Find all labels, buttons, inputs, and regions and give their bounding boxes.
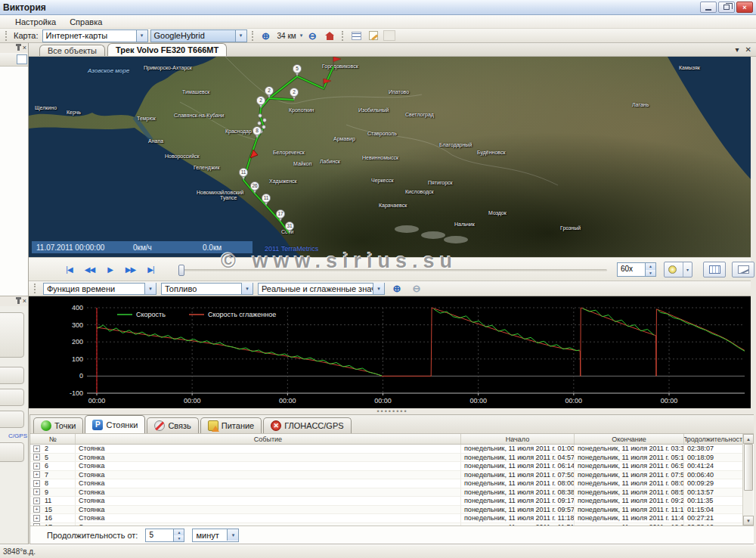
- events-tab-4[interactable]: Питание: [200, 417, 262, 433]
- waypoint-marker[interactable]: 5: [293, 64, 301, 76]
- rewind-button[interactable]: ◀◀: [79, 261, 100, 277]
- row-expander[interactable]: +: [33, 498, 40, 504]
- waypoint-dot[interactable]: [262, 126, 266, 129]
- row-expander[interactable]: +: [33, 506, 40, 513]
- chevron-down-icon[interactable]: ▾: [144, 283, 156, 294]
- pin-icon[interactable]: [17, 299, 20, 304]
- fast-forward-button[interactable]: ▶▶: [120, 261, 141, 277]
- table-row[interactable]: +6Стоянкапонедельник, 11 июля 2011 г. 06…: [30, 462, 753, 471]
- table-row[interactable]: +8Стоянкапонедельник, 11 июля 2011 г. 08…: [30, 479, 753, 488]
- chevron-down-icon[interactable]: ▾: [736, 45, 739, 54]
- column-header-3[interactable]: Начало: [461, 434, 575, 444]
- table-row[interactable]: +9Стоянкапонедельник, 11 июля 2011 г. 08…: [30, 488, 753, 498]
- duration-unit-combobox[interactable]: минут ▾: [192, 529, 239, 542]
- edit-button[interactable]: [366, 29, 381, 42]
- home-button[interactable]: [322, 29, 337, 42]
- events-tab-1[interactable]: Точки: [33, 417, 83, 433]
- chevron-down-icon[interactable]: ▾: [235, 30, 246, 42]
- map-provider-combobox[interactable]: GoogleHybrid ▾: [150, 29, 247, 42]
- slider-thumb[interactable]: [178, 265, 184, 276]
- chevron-down-icon[interactable]: ▾: [136, 30, 147, 42]
- list-button[interactable]: [349, 29, 364, 42]
- waypoint-marker[interactable]: 8: [253, 126, 261, 138]
- sidebar-button[interactable]: [0, 411, 24, 428]
- column-header-5[interactable]: Продолжительность: [684, 434, 745, 444]
- flag-marker[interactable]: [333, 57, 341, 67]
- row-expander[interactable]: +: [33, 480, 40, 487]
- row-expander[interactable]: +: [33, 454, 40, 460]
- tab-all-objects[interactable]: Все объекты: [39, 45, 105, 56]
- row-expander[interactable]: +: [33, 445, 40, 452]
- tab-track-volvo[interactable]: Трек Volvo FE320 T666MT: [107, 43, 227, 56]
- zoom-in-button[interactable]: ⊕: [259, 29, 274, 42]
- speed-chart[interactable]: 4003002001000-10000:0000:0000:0000:0000:…: [29, 296, 751, 408]
- waypoint-dot[interactable]: [258, 122, 262, 126]
- scroll-thumb[interactable]: [744, 444, 753, 491]
- table-row[interactable]: +15Стоянкапонедельник, 11 июля 2011 г. 0…: [30, 506, 753, 515]
- chevron-down-icon[interactable]: ▾: [241, 283, 253, 294]
- chevron-down-icon[interactable]: ▾: [683, 262, 692, 277]
- pin-icon[interactable]: [17, 45, 20, 51]
- zoom-scale-value[interactable]: 34 км: [276, 32, 298, 40]
- panel-splitter[interactable]: ••••••••: [29, 408, 756, 414]
- duration-value-spinner[interactable]: 5 ▲▼: [145, 529, 184, 542]
- chevron-down-icon[interactable]: ▾: [227, 529, 238, 541]
- table-row[interactable]: +5Стоянкапонедельник, 11 июля 2011 г. 04…: [30, 454, 753, 463]
- table-row[interactable]: +2Стоянкапонедельник, 11 июля 2011 г. 01…: [30, 445, 753, 454]
- column-header-1[interactable]: №: [30, 434, 76, 444]
- spin-down-icon[interactable]: ▼: [174, 535, 184, 541]
- close-icon[interactable]: ×: [23, 45, 26, 51]
- column-header-4[interactable]: Окончание: [575, 434, 684, 444]
- hint-split-button[interactable]: ▾: [664, 262, 692, 277]
- column-header-2[interactable]: Событие: [76, 434, 461, 444]
- play-button[interactable]: ▶: [100, 261, 120, 277]
- sidebar-button[interactable]: [0, 389, 24, 406]
- table-row[interactable]: +16Стоянкапонедельник, 11 июля 2011 г. 1…: [30, 514, 753, 523]
- events-tab-3[interactable]: Связь: [147, 417, 198, 433]
- close-icon[interactable]: ✕: [745, 45, 751, 54]
- waypoint-marker[interactable]: 11: [239, 168, 247, 180]
- chart-zoom-in-button[interactable]: ⊕: [389, 282, 404, 295]
- last-button[interactable]: ▶|: [141, 261, 161, 277]
- restore-button[interactable]: [718, 2, 735, 13]
- spin-down-icon[interactable]: ▼: [646, 270, 655, 277]
- sidebar-button[interactable]: [0, 442, 24, 462]
- time-function-combobox[interactable]: Функция времени ▾: [43, 283, 156, 295]
- playback-speed-spinner[interactable]: 60x ▲▼: [617, 262, 656, 277]
- title-bar[interactable]: Виктория ×: [0, 0, 756, 15]
- sidebar-button[interactable]: [0, 312, 24, 358]
- waypoint-dot[interactable]: [263, 119, 267, 122]
- waypoint-dot[interactable]: [259, 114, 262, 118]
- table-scrollbar[interactable]: ▲ ▼: [742, 434, 753, 525]
- map-source-combobox[interactable]: Интернет-карты ▾: [42, 29, 148, 42]
- row-expander[interactable]: +: [33, 488, 40, 495]
- chevron-down-icon[interactable]: ▾: [373, 283, 384, 294]
- scroll-up-icon[interactable]: ▲: [743, 434, 754, 444]
- row-expander[interactable]: +: [33, 471, 40, 478]
- chart-zoom-out-button[interactable]: ⊖: [409, 282, 424, 295]
- spin-up-icon[interactable]: ▲: [646, 263, 655, 270]
- first-button[interactable]: |◀: [59, 261, 79, 277]
- close-button[interactable]: ×: [736, 2, 753, 13]
- spin-up-icon[interactable]: ▲: [174, 529, 184, 535]
- row-expander[interactable]: +: [33, 515, 40, 522]
- show-chart-button[interactable]: [732, 262, 754, 277]
- map-view[interactable]: Азовское мореПриморско-АхтарскГородовико…: [29, 57, 751, 257]
- events-tab-5[interactable]: ✕ГЛОНАСС/GPS: [263, 417, 351, 433]
- playback-slider[interactable]: [180, 269, 607, 271]
- chevron-down-icon[interactable]: ▾: [300, 33, 303, 39]
- show-table-button[interactable]: [703, 262, 726, 277]
- table-row[interactable]: +7Стоянкапонедельник, 11 июля 2011 г. 07…: [30, 471, 753, 480]
- events-tab-2[interactable]: PСтоянки: [85, 415, 145, 433]
- row-expander[interactable]: +: [33, 463, 40, 470]
- sidebar-button[interactable]: [0, 367, 24, 384]
- menu-item-settings[interactable]: Настройка: [9, 17, 62, 27]
- scroll-down-icon[interactable]: ▼: [743, 516, 754, 525]
- zoom-out-button[interactable]: ⊖: [305, 29, 320, 42]
- waypoint-marker[interactable]: 2: [290, 88, 298, 100]
- close-icon[interactable]: ×: [23, 298, 26, 305]
- fuel-combobox[interactable]: Топливо ▾: [161, 283, 253, 295]
- minimize-button[interactable]: [700, 2, 717, 13]
- table-row[interactable]: +11Стоянкапонедельник, 11 июля 2011 г. 0…: [30, 497, 753, 506]
- menu-item-help[interactable]: Справка: [64, 17, 108, 27]
